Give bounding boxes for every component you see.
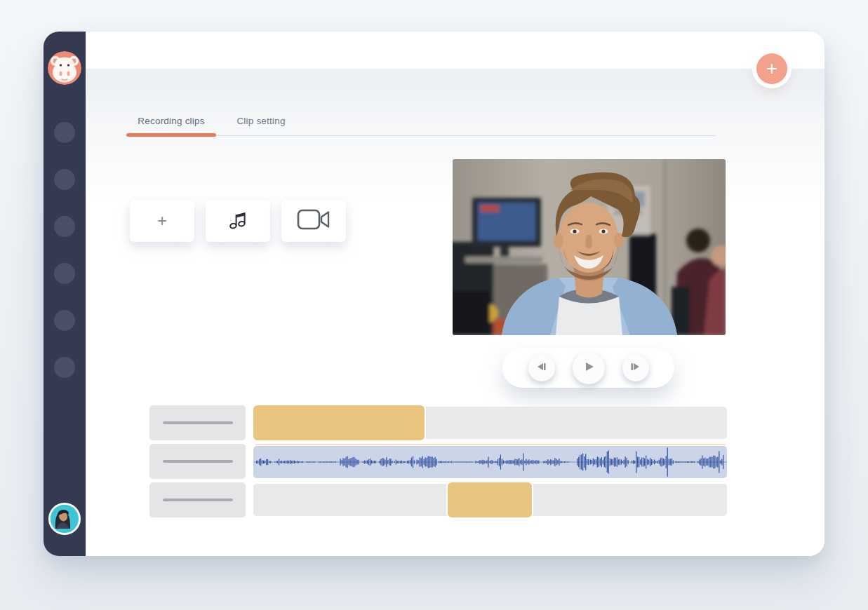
video-track[interactable] [253,405,727,440]
video-camera-icon [297,208,330,234]
clip-toolbar: + [130,200,346,242]
step-backward-button[interactable] [528,355,555,381]
sidebar-item-4[interactable] [54,263,75,284]
timeline-clip[interactable] [448,482,532,517]
sidebar-item-2[interactable] [54,169,75,190]
track-handle-line [163,499,233,501]
step-forward-button[interactable] [622,355,649,381]
track-handle[interactable] [149,405,246,440]
top-bar [86,32,824,69]
sidebar-item-1[interactable] [54,122,75,143]
plus-icon: + [766,59,777,79]
play-button[interactable] [573,352,605,384]
hippo-mascot-logo-icon[interactable] [48,51,81,85]
timeline-row-video [149,405,727,440]
step-backward-icon [536,362,547,374]
play-icon [582,360,595,376]
app-window: + Recording clips Clip setting + [44,32,824,556]
timeline-row-audio [149,444,727,479]
sidebar-nav [54,122,75,378]
content-area: Recording clips Clip setting + [86,69,824,556]
add-fab-button[interactable]: + [756,53,787,84]
step-forward-icon [630,362,641,374]
track-handle[interactable] [149,444,246,479]
track-handle[interactable] [149,482,246,517]
timeline-row-overlay [149,482,727,517]
video-preview-image [453,159,726,335]
timeline-clip[interactable] [253,405,425,440]
plus-icon: + [157,212,167,229]
tab-bar: Recording clips Clip setting [126,116,306,126]
waveform-icon [253,446,727,478]
active-tab-underline [126,133,216,137]
playback-controls [502,348,674,388]
main-panel: + Recording clips Clip setting + [86,32,824,556]
track-handle-line [163,460,233,463]
tab-recording-clips[interactable]: Recording clips [126,116,216,126]
sidebar-item-5[interactable] [54,310,75,331]
timeline [149,405,727,521]
waveform-top-highlight [255,444,726,445]
track-handle-line [163,421,233,424]
user-avatar[interactable] [48,503,81,535]
sidebar [44,32,86,556]
tab-clip-setting[interactable]: Clip setting [216,116,306,126]
overlay-track[interactable] [253,482,727,517]
music-note-icon [229,210,247,232]
add-clip-button[interactable]: + [130,200,194,242]
audio-track[interactable] [253,444,727,479]
sidebar-item-3[interactable] [54,216,75,237]
audio-waveform-clip[interactable] [253,446,727,478]
sidebar-item-6[interactable] [54,357,75,378]
video-preview [453,159,726,335]
add-music-button[interactable] [206,200,270,242]
add-video-button[interactable] [281,200,346,242]
